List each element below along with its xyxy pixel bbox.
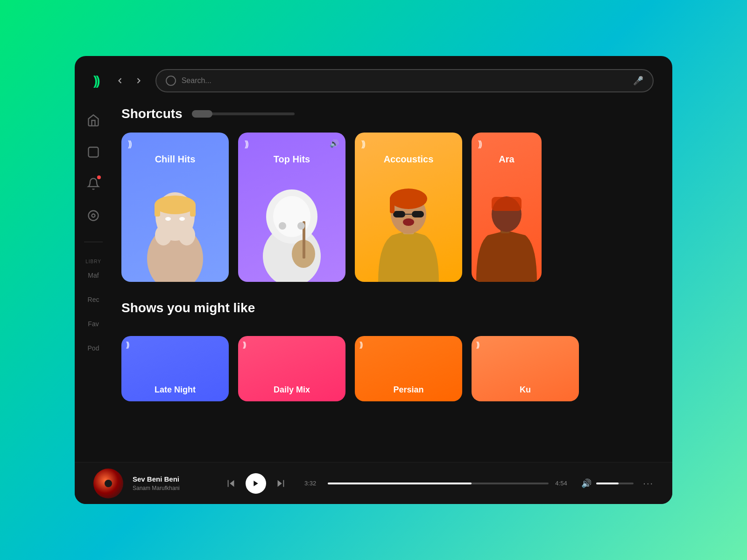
top-hits-title: Top Hits — [238, 154, 345, 165]
sidebar-item-recent[interactable]: Rec — [75, 294, 112, 305]
svg-point-26 — [403, 218, 414, 226]
more-options-button[interactable]: ··· — [643, 478, 654, 489]
sidebar-item-browse[interactable] — [84, 143, 103, 161]
svg-point-5 — [155, 196, 196, 214]
svg-marker-32 — [254, 481, 258, 486]
card-accoustics[interactable]: )) Accoustics — [355, 133, 462, 282]
shows-section-header: Shows you might like — [121, 301, 654, 325]
progress-fill — [328, 483, 472, 484]
track-artist: Sanam Marufkhani — [133, 485, 207, 491]
svg-point-10 — [155, 225, 172, 245]
volume-icon[interactable]: 🔊 — [581, 478, 592, 489]
sidebar-item-home[interactable] — [84, 111, 103, 130]
library-section-label: LIBRY — [85, 259, 101, 264]
svg-rect-21 — [393, 211, 405, 217]
app-window: )) 🎤 — [75, 56, 672, 504]
gold-figure — [364, 179, 453, 282]
logo-icon: )) — [93, 73, 99, 88]
back-button[interactable] — [113, 73, 127, 88]
top-hits-volume-icon: 🔊 — [330, 139, 339, 148]
svg-point-18 — [297, 222, 305, 230]
total-time: 4:54 — [555, 480, 572, 487]
sidebar-item-podcasts[interactable]: Pod — [75, 343, 112, 354]
chill-music-icon: )) — [128, 139, 131, 149]
track-info: Sev Beni Beni Sanam Marufkhani — [133, 475, 207, 491]
persian-icon: )) — [359, 341, 362, 349]
svg-rect-7 — [190, 203, 196, 217]
progress-bar[interactable] — [328, 483, 549, 484]
top-bar: )) 🎤 — [75, 56, 672, 102]
svg-point-11 — [178, 225, 195, 245]
sidebar-item-notifications[interactable] — [84, 175, 103, 193]
volume-section: 🔊 — [581, 478, 634, 489]
late-night-title: Late Night — [121, 385, 229, 395]
search-bar[interactable]: 🎤 — [155, 69, 654, 92]
card-arabic[interactable]: )) Ara — [472, 133, 542, 282]
arabic-figure — [472, 179, 542, 282]
arabic-art — [472, 179, 542, 282]
player-bar: Sev Beni Beni Sanam Marufkhani 3:32 4:54… — [75, 462, 672, 504]
ku-icon: )) — [476, 341, 479, 349]
card-ku[interactable]: )) Ku — [472, 336, 579, 401]
sidebar-item-library[interactable] — [84, 206, 103, 225]
volume-fill — [596, 483, 619, 484]
shows-cards-row: )) Late Night )) Daily Mix )) Persian ))… — [121, 336, 654, 401]
chill-figure — [131, 179, 219, 282]
track-name: Sev Beni Beni — [133, 475, 207, 483]
arabic-music-icon: )) — [478, 139, 481, 149]
search-circle-icon — [166, 76, 176, 86]
daily-mix-icon: )) — [243, 341, 245, 349]
album-art — [93, 469, 123, 498]
svg-rect-29 — [492, 197, 521, 211]
svg-point-2 — [92, 214, 95, 217]
svg-point-9 — [179, 217, 185, 221]
ku-title: Ku — [472, 385, 579, 395]
svg-point-8 — [165, 217, 171, 221]
svg-rect-25 — [390, 197, 395, 213]
app-logo: )) — [93, 73, 99, 88]
mic-icon[interactable]: 🎤 — [633, 76, 643, 86]
card-late-night[interactable]: )) Late Night — [121, 336, 229, 401]
arabic-title: Ara — [472, 154, 542, 165]
card-chill-hits[interactable]: )) Chill Hits — [121, 133, 229, 282]
sidebar-item-favorites[interactable]: Fav — [75, 318, 112, 329]
play-button[interactable] — [246, 473, 266, 494]
chill-title: Chill Hits — [121, 154, 229, 165]
player-controls — [226, 473, 286, 494]
sidebar-item-made-for-you[interactable]: Maf — [75, 270, 112, 281]
sidebar: LIBRY Maf Rec Fav Pod — [75, 102, 112, 504]
persian-title: Persian — [355, 385, 462, 395]
shortcuts-slider-thumb — [192, 110, 212, 118]
accoustics-title: Accoustics — [355, 154, 462, 165]
chill-art — [121, 179, 229, 282]
shortcuts-slider[interactable] — [192, 112, 295, 115]
forward-button[interactable] — [131, 73, 146, 88]
progress-section: 3:32 4:54 — [304, 480, 572, 487]
content-area: Shortcuts )) Chill Hits — [112, 102, 672, 504]
album-art-hole — [105, 480, 112, 487]
current-time: 3:32 — [304, 480, 321, 487]
top-hits-art — [238, 179, 345, 282]
svg-point-1 — [89, 211, 99, 221]
volume-bar[interactable] — [596, 483, 634, 484]
nav-arrows — [113, 73, 146, 88]
astronaut-figure — [247, 179, 336, 282]
next-button[interactable] — [275, 478, 286, 489]
shortcuts-section-header: Shortcuts — [121, 106, 654, 121]
main-content: LIBRY Maf Rec Fav Pod Shortcuts )) Chill… — [75, 102, 672, 504]
card-daily-mix[interactable]: )) Daily Mix — [238, 336, 345, 401]
shortcuts-cards-row: )) Chill Hits — [121, 133, 654, 282]
svg-point-24 — [390, 189, 427, 209]
prev-button[interactable] — [226, 478, 236, 489]
card-top-hits[interactable]: )) 🔊 Top Hits — [238, 133, 345, 282]
svg-point-17 — [279, 222, 286, 230]
search-input[interactable] — [182, 77, 627, 85]
top-hits-music-icon: )) — [245, 139, 247, 149]
late-night-icon: )) — [126, 341, 128, 349]
svg-rect-0 — [89, 147, 99, 157]
accoustics-art — [355, 179, 462, 282]
svg-marker-33 — [278, 480, 282, 487]
accoustics-music-icon: )) — [361, 139, 364, 149]
daily-mix-title: Daily Mix — [238, 385, 345, 395]
card-persian[interactable]: )) Persian — [355, 336, 462, 401]
